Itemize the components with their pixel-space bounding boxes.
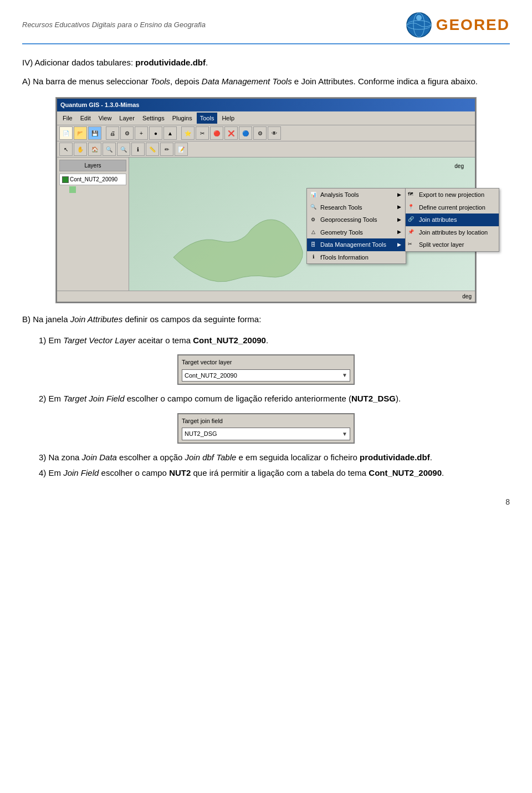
- qgis-screenshot: Quantum GIS - 1.3.0-Mimas File Edit View…: [55, 97, 477, 303]
- qgis-statusbar: deg: [57, 291, 475, 302]
- layer-name: Cont_NUT2_20090: [70, 175, 117, 184]
- page-number: 8: [22, 496, 510, 508]
- target-join-field-widget: Target join field NUT2_DSG ▼: [177, 413, 355, 444]
- toolbar-new-button[interactable]: 📄: [59, 126, 73, 140]
- toolbar-zoomin-btn[interactable]: 🔍: [103, 143, 116, 156]
- logo-area: GEORED: [405, 11, 510, 39]
- qgis-window: Quantum GIS - 1.3.0-Mimas File Edit View…: [56, 98, 476, 303]
- qgis-body: Layers Cont_NUT2_20090 deg: [57, 157, 475, 291]
- map-background: deg: [129, 157, 475, 291]
- globe-icon: [405, 11, 433, 39]
- step1-text: 1) Em Target Vector Layer aceitar o tema…: [39, 336, 268, 345]
- step2-item: 2) Em Target Join Field escolher o campo…: [39, 393, 510, 405]
- menu-edit[interactable]: Edit: [77, 113, 94, 124]
- step2-list: 2) Em Target Join Field escolher o campo…: [22, 393, 510, 405]
- statusbar-deg: deg: [462, 292, 472, 301]
- toolbar-btn-2[interactable]: +: [135, 126, 148, 140]
- toolbar-btn-8[interactable]: ❌: [224, 126, 238, 140]
- header-title: Recursos Educativos Digitais para o Ensi…: [22, 19, 206, 30]
- menu-file[interactable]: File: [59, 113, 76, 124]
- step3-item: 3) Na zona Join Data escolher a opção Jo…: [39, 451, 510, 464]
- menu-settings[interactable]: Settings: [139, 113, 168, 124]
- layer-icon: [62, 176, 69, 183]
- target-join-label: Target join field: [182, 416, 350, 426]
- target-join-dropdown[interactable]: NUT2_DSG ▼: [182, 428, 350, 440]
- target-vector-layer-widget: Target vector layer Cont_NUT2_20090 ▼: [177, 354, 355, 385]
- para-a-text: A) Na barra de menus seleccionar Tools, …: [22, 77, 478, 86]
- layer-item[interactable]: Cont_NUT2_20090: [59, 174, 126, 185]
- page-header: Recursos Educativos Digitais para o Ensi…: [22, 11, 510, 44]
- steps-list: 1) Em Target Vector Layer aceitar o tema…: [22, 334, 510, 347]
- toolbar-row-2: ↖ ✋ 🏠 🔍 🔍 ℹ 📏 ✏ 📝: [57, 141, 475, 157]
- qgis-titlebar: Quantum GIS - 1.3.0-Mimas: [57, 99, 475, 111]
- toolbar-btn-4[interactable]: ▲: [163, 126, 177, 140]
- target-join-value: NUT2_DSG: [185, 429, 217, 439]
- toolbar-separator-1: [103, 126, 105, 140]
- toolbar-draw-btn[interactable]: ✏: [160, 143, 173, 156]
- layers-panel: Layers Cont_NUT2_20090: [57, 157, 129, 291]
- toolbar-separator-2: [178, 126, 180, 140]
- target-vector-label: Target vector layer: [182, 358, 350, 367]
- deg-label: deg: [454, 162, 464, 170]
- step3-list: 3) Na zona Join Data escolher a opção Jo…: [22, 451, 510, 464]
- toolbar-home-btn[interactable]: 🏠: [88, 143, 101, 156]
- target-vector-value: Cont_NUT2_20090: [185, 371, 237, 380]
- qgis-menubar[interactable]: File Edit View Layer Settings Plugins To…: [57, 111, 475, 126]
- toolbar-btn-3[interactable]: ●: [149, 126, 162, 140]
- menu-layer[interactable]: Layer: [116, 113, 138, 124]
- section-b-text: B) Na janela Join Attributes definir os …: [22, 312, 510, 327]
- step2-text: 2) Em Target Join Field escolher o campo…: [39, 394, 401, 403]
- qgis-canvas: deg 📊 Analysis Tools ▶ 🔍 Research Tools: [129, 157, 475, 291]
- logo-text: GEORED: [436, 13, 510, 37]
- toolbar-btn-1[interactable]: ⚙: [120, 126, 134, 140]
- toolbar-print-button[interactable]: 🖨: [106, 126, 119, 140]
- toolbar-identify-btn[interactable]: ℹ: [131, 143, 145, 156]
- toolbar-save-button[interactable]: 💾: [88, 126, 101, 140]
- menu-plugins[interactable]: Plugins: [169, 113, 196, 124]
- toolbar-open-button[interactable]: 📂: [74, 126, 87, 140]
- target-vector-dropdown[interactable]: Cont_NUT2_20090 ▼: [182, 369, 350, 382]
- step4-list: 4) Em Join Field escolher o campo NUT2 q…: [22, 467, 510, 480]
- toolbar-btn-10[interactable]: ⚙: [253, 126, 267, 140]
- step1-item: 1) Em Target Vector Layer aceitar o tema…: [39, 334, 510, 347]
- toolbar-zoomout-btn[interactable]: 🔍: [117, 143, 130, 156]
- layer-color-swatch: [69, 186, 76, 193]
- toolbar-row-1: 📄 📂 💾 🖨 ⚙ + ● ▲ ⭐ ✂ 🔴 ❌ 🔵 ⚙ 👁: [57, 125, 475, 141]
- toolbar-select-btn[interactable]: ↖: [59, 143, 73, 156]
- menu-view[interactable]: View: [95, 113, 115, 124]
- target-vector-arrow-icon: ▼: [342, 371, 347, 379]
- section-iv-heading: IV) Adicionar dados tabulares: produtivi…: [22, 55, 510, 88]
- target-join-arrow-icon: ▼: [342, 430, 347, 438]
- menu-help[interactable]: Help: [218, 113, 238, 124]
- layers-panel-title: Layers: [59, 160, 126, 171]
- para-b-intro: B) Na janela Join Attributes definir os …: [22, 314, 261, 324]
- menu-tools[interactable]: Tools: [197, 113, 218, 124]
- toolbar-btn-6[interactable]: ✂: [196, 126, 209, 140]
- toolbar-btn-11[interactable]: 👁: [268, 126, 281, 140]
- step3-text: 3) Na zona Join Data escolher a opção Jo…: [39, 453, 432, 462]
- toolbar-pan-btn[interactable]: ✋: [74, 143, 87, 156]
- toolbar-btn-9[interactable]: 🔵: [239, 126, 252, 140]
- section-iv-label: IV) Adicionar dados tabulares: produtivi…: [22, 58, 208, 67]
- toolbar-btn-7[interactable]: 🔴: [210, 126, 223, 140]
- toolbar-btn-5[interactable]: ⭐: [181, 126, 195, 140]
- step4-text: 4) Em Join Field escolher o campo NUT2 q…: [39, 468, 444, 477]
- qgis-title: Quantum GIS - 1.3.0-Mimas: [60, 100, 139, 110]
- step4-item: 4) Em Join Field escolher o campo NUT2 q…: [39, 467, 510, 480]
- svg-point-3: [416, 15, 422, 21]
- map-svg: [129, 157, 475, 291]
- toolbar-edit-btn[interactable]: 📝: [175, 143, 188, 156]
- toolbar-measure-btn[interactable]: 📏: [146, 143, 159, 156]
